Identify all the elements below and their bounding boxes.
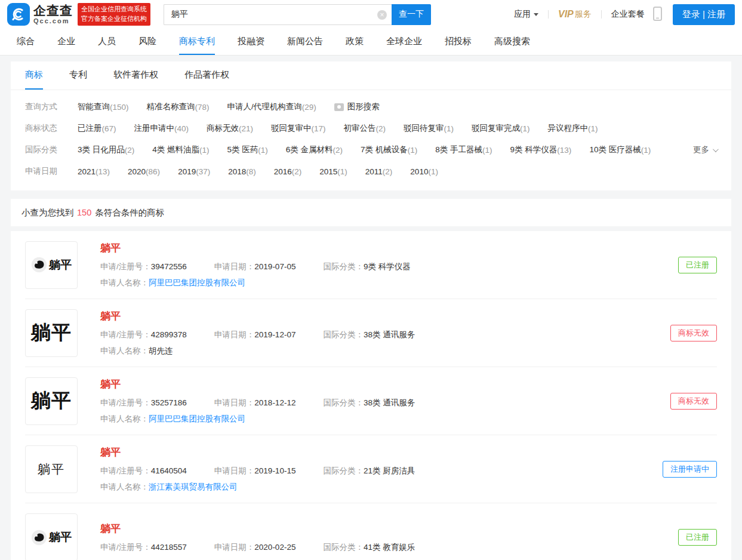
filter-option[interactable]: 已注册(67) [78,123,116,134]
app-menu-label: 应用 [514,9,531,20]
credential-badge-line1: 全国企业信用查询系统 [81,5,147,14]
applicant-link[interactable]: 浙江素美琪贸易有限公司 [149,482,238,491]
header-right-menu: 应用 VIP 服务 企业套餐 登录 | 注册 [514,4,735,25]
filter-option[interactable]: 6类 金属材料(2) [286,144,343,155]
nav-tab-xinwengonggao[interactable]: 新闻公告 [287,29,323,55]
summary-prefix: 小查为您找到 [21,207,73,219]
search-input[interactable] [164,4,392,25]
filter-rows: 查询方式 智能查询(150) 精准名称查询(78) 申请人/代理机构查询(29)… [11,90,731,190]
trademark-name-link[interactable]: 躺平 [100,445,442,459]
nav-tab-zhengce[interactable]: 政策 [346,29,364,55]
vip-service-link[interactable]: VIP 服务 [558,9,592,20]
nav-tab-renyuan[interactable]: 人员 [98,29,116,55]
applicant-link[interactable]: 阿里巴巴集团控股有限公司 [149,278,245,287]
applicant-link[interactable]: 阿里巴巴集团控股有限公司 [149,414,245,423]
nav-tab-zonghe[interactable]: 综合 [17,29,35,55]
reg-no-field: 申请/注册号：35257186 [100,398,187,408]
vip-service-label: 服务 [575,9,592,20]
search-clear-icon[interactable]: × [377,10,387,20]
trademark-name-link[interactable]: 躺平 [100,522,442,536]
filter-option[interactable]: 2020(86) [128,167,160,176]
status-badge: 注册申请中 [663,461,717,478]
filter-option[interactable]: 2010(1) [410,167,438,176]
filter-option[interactable]: 智能查询(150) [78,101,129,112]
filter-option[interactable]: 驳回复审完成(1) [472,123,530,134]
summary-suffix: 条符合条件的商标 [95,207,164,219]
applicant-field: 申请人名称：浙江素美琪贸易有限公司 [100,482,238,493]
search-button[interactable]: 查一下 [392,4,431,25]
apply-date-field: 申请日期：2019-07-05 [214,261,296,272]
login-register-button[interactable]: 登录 | 注册 [673,4,735,25]
filter-option[interactable]: 2015(1) [319,167,347,176]
nav-tab-tourongzi[interactable]: 投融资 [238,29,264,55]
nav-tab-quanqiuqiye[interactable]: 全球企业 [386,29,422,55]
caret-down-icon [534,13,538,16]
sheep-icon [31,257,47,273]
trademark-image[interactable]: 躺平 [25,241,78,289]
filter-option[interactable]: 商标无效(21) [207,123,253,134]
main-nav: 综合 企业 人员 风险 商标专利 投融资 新闻公告 政策 全球企业 招投标 高级… [0,29,742,56]
top-header: 企查查 Qcc.com 全国企业信用查询系统 官方备案企业征信机构 × 查一下 … [0,0,742,29]
filter-option[interactable]: 9类 科学仪器(13) [510,144,572,155]
trademark-image[interactable]: 躺平 [25,309,78,357]
nav-tab-shangbiaozhuanli[interactable]: 商标专利 [179,29,215,55]
vip-logo: VIP [558,9,574,20]
trademark-name-link[interactable]: 躺平 [100,241,438,255]
filter-option[interactable]: 5类 医药(1) [227,144,268,155]
filter-option[interactable]: 精准名称查询(78) [147,101,210,112]
nav-tab-gaojisousuo[interactable]: 高级搜索 [494,29,530,55]
filter-option[interactable]: 异议程序中(1) [548,123,598,134]
subtab-patent[interactable]: 专利 [69,61,87,90]
filter-option[interactable]: 初审公告(2) [344,123,386,134]
filter-option[interactable]: 10类 医疗器械(1) [589,144,651,155]
more-classes-link[interactable]: 更多 [693,144,717,155]
subtab-trademark[interactable]: 商标 [25,61,43,90]
intl-class-field: 国际分类：38类 通讯服务 [323,398,415,408]
filter-option[interactable]: 2011(2) [365,167,393,176]
app-menu[interactable]: 应用 [514,9,538,20]
nav-tab-fengxian[interactable]: 风险 [138,29,156,55]
nav-tab-qiye[interactable]: 企业 [57,29,75,55]
camera-icon [334,103,344,111]
mobile-phone-icon[interactable] [653,7,662,23]
trademark-name-link[interactable]: 躺平 [100,309,442,323]
chevron-down-icon [713,146,719,152]
apply-date-field: 申请日期：2019-12-07 [214,330,296,340]
trademark-info: 躺平 申请/注册号：42899378 申请日期：2019-12-07 国际分类：… [100,309,442,356]
trademark-image[interactable]: 躺平 [25,445,78,493]
trademark-result-item: 躺平 躺平 申请/注册号：41640504 申请日期：2019-10-15 国际… [25,435,717,503]
filter-option[interactable]: 2019(37) [178,167,210,176]
qcc-logo[interactable]: 企查查 Qcc.com 全国企业信用查询系统 官方备案企业征信机构 [7,3,150,26]
trademark-image[interactable]: 躺平 [25,377,78,425]
intl-class-field: 国际分类：41类 教育娱乐 [323,542,415,553]
category-subtabs: 商标 专利 软件著作权 作品著作权 [11,61,731,90]
reg-no-field: 申请/注册号：44218557 [100,542,187,553]
filter-option[interactable]: 3类 日化用品(2) [78,144,134,155]
apply-date-field: 申请日期：2019-10-15 [214,466,296,476]
reg-no-field: 申请/注册号：41640504 [100,466,187,476]
filter-option[interactable]: 驳回待复审(1) [404,123,454,134]
filter-option[interactable]: 申请人/代理机构查询(29) [227,101,316,112]
trademark-image[interactable]: 躺平 [25,513,78,560]
applicant-field: 申请人名称：阿里巴巴集团控股有限公司 [100,278,245,288]
filter-option[interactable]: 4类 燃料油脂(1) [152,144,209,155]
filter-option[interactable]: 2018(8) [228,167,256,176]
applicant-field: 申请人名称：胡先连 [100,346,173,356]
filter-row-label: 国际分类 [25,144,62,155]
nav-tab-zhaotoubiao[interactable]: 招投标 [445,29,472,55]
filter-option[interactable]: 2021(13) [78,167,110,176]
apply-date-field: 申请日期：2018-12-12 [214,398,296,408]
filter-option[interactable]: 注册申请中(40) [134,123,189,134]
filter-option[interactable]: 8类 手工器械(1) [435,144,492,155]
subtab-software-copyright[interactable]: 软件著作权 [113,61,158,90]
divider [548,10,549,19]
filter-option[interactable]: 驳回复审中(17) [271,123,326,134]
filter-row-label: 商标状态 [25,123,62,134]
trademark-name-link[interactable]: 躺平 [100,377,442,391]
image-search-option[interactable]: 图形搜索 [334,101,380,112]
divider [601,10,602,19]
enterprise-package-link[interactable]: 企业套餐 [611,9,645,20]
subtab-work-copyright[interactable]: 作品著作权 [184,61,229,90]
filter-option[interactable]: 2016(2) [274,167,302,176]
filter-option[interactable]: 7类 机械设备(1) [361,144,417,155]
